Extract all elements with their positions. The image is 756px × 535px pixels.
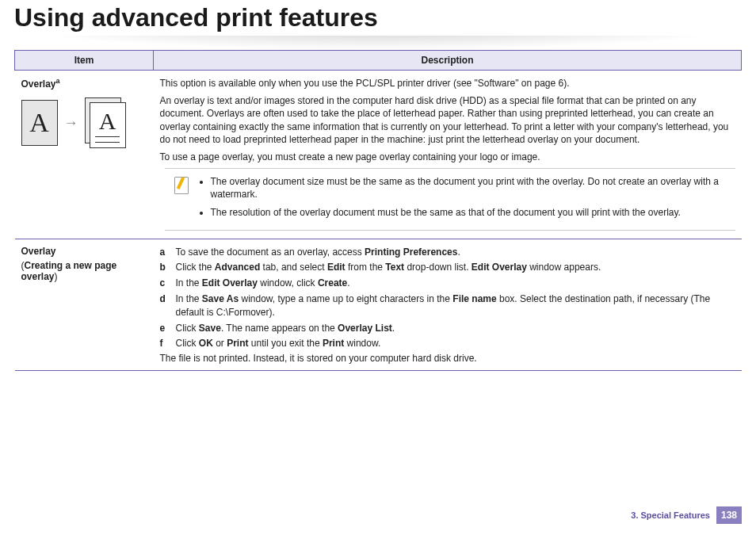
overlay-sheet-result: A bbox=[85, 97, 128, 148]
row1-p2: An overlay is text and/or images stored … bbox=[160, 94, 735, 146]
note-item: The overlay document size must be the sa… bbox=[211, 175, 727, 201]
footer-page-number: 138 bbox=[716, 506, 742, 524]
row2-label1: Overlay bbox=[21, 246, 147, 257]
row2-paren-close: ) bbox=[55, 271, 58, 282]
step-c: c In the Edit Overlay window, click Crea… bbox=[160, 277, 735, 290]
features-table: Item Description Overlaya A → bbox=[14, 50, 742, 371]
note-item: The resolution of the overlay document m… bbox=[211, 206, 727, 219]
step-b: b Click the Advanced tab, and select Edi… bbox=[160, 261, 735, 274]
step-f: f Click OK or Print until you exit the P… bbox=[160, 337, 735, 350]
table-row: Overlaya A → A bbox=[15, 71, 742, 239]
step-e: e Click Save. The name appears on the Ov… bbox=[160, 322, 735, 335]
overlay-sheet-source: A bbox=[21, 100, 58, 146]
table-row: Overlay (Creating a new page overlay) a … bbox=[15, 239, 742, 371]
overlay-graphic: A → A bbox=[21, 97, 147, 148]
row1-label: Overlay bbox=[21, 78, 56, 90]
step-a: a To save the document as an overlay, ac… bbox=[160, 246, 735, 259]
th-description: Description bbox=[154, 51, 742, 71]
step-d: d In the Save As window, type a name up … bbox=[160, 292, 735, 319]
row2-label2: Creating a new page overlay bbox=[21, 260, 117, 282]
overlay-result-letter: A bbox=[99, 108, 116, 135]
note-icon bbox=[173, 175, 189, 194]
footer-chapter: 3. Special Features bbox=[631, 510, 710, 520]
page-footer: 3. Special Features 138 bbox=[631, 506, 742, 524]
row1-p3: To use a page overlay, you must create a… bbox=[160, 151, 735, 163]
arrow-right-icon: → bbox=[64, 115, 78, 132]
th-item: Item bbox=[15, 51, 154, 71]
row1-p1: This option is available only when you u… bbox=[160, 77, 735, 90]
note-box: The overlay document size must be the sa… bbox=[165, 168, 735, 231]
row1-sup: a bbox=[56, 77, 60, 85]
title-shadow bbox=[14, 36, 742, 50]
step-f-followup: The file is not printed. Instead, it is … bbox=[160, 353, 735, 364]
page-title: Using advanced print features bbox=[14, 3, 742, 32]
